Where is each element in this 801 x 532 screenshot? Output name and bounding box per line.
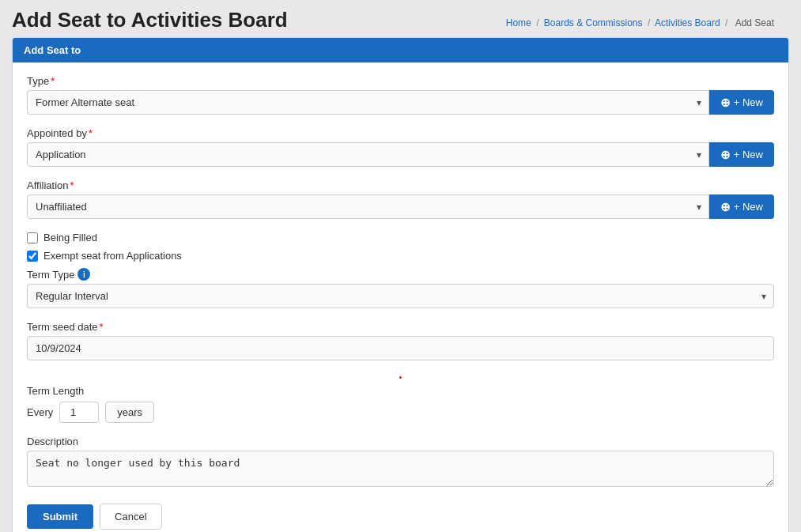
cancel-button[interactable]: Cancel — [100, 504, 161, 530]
affiliation-input-group: Unaffiliated Democrat Republican Indepen… — [27, 194, 774, 219]
appointed-row: Appointed by* Application Mayor Council … — [27, 127, 774, 167]
affiliation-select-wrapper: Unaffiliated Democrat Republican Indepen… — [27, 194, 709, 219]
description-textarea[interactable]: Seat no longer used by this board — [27, 451, 774, 487]
type-row: Type* Former Alternate seat Regular seat… — [27, 75, 774, 115]
term-type-select-wrapper: Regular Interval Fixed Date No Term — [27, 284, 774, 308]
type-label: Type* — [27, 75, 774, 87]
term-length-controls: Every years — [27, 402, 774, 423]
being-filled-checkbox[interactable] — [27, 232, 38, 243]
term-seed-date-row: Term seed date* — [27, 321, 774, 360]
appointed-new-button[interactable]: ⊕ + New — [709, 142, 774, 167]
type-new-button[interactable]: ⊕ + New — [709, 90, 774, 115]
term-length-unit: years — [105, 402, 154, 423]
main-card: Add Seat to Type* Former Alternate seat … — [12, 37, 789, 532]
red-dot-indicator — [27, 373, 774, 382]
appointed-select[interactable]: Application Mayor Council Staff — [27, 142, 709, 167]
affiliation-select[interactable]: Unaffiliated Democrat Republican Indepen… — [27, 194, 709, 219]
term-type-label: Term Type i — [27, 268, 774, 281]
breadcrumb-current: Add Seat — [735, 17, 774, 28]
affiliation-row: Affiliation* Unaffiliated Democrat Repub… — [27, 179, 774, 219]
term-length-row: Term Length Every years — [27, 385, 774, 423]
card-body: Type* Former Alternate seat Regular seat… — [13, 62, 788, 532]
type-select[interactable]: Former Alternate seat Regular seat Alter… — [27, 90, 709, 115]
description-row: Description Seat no longer used by this … — [27, 436, 774, 489]
affiliation-new-button[interactable]: ⊕ + New — [709, 194, 774, 219]
term-length-input[interactable] — [59, 402, 99, 423]
appointed-input-group: Application Mayor Council Staff ⊕ + New — [27, 142, 774, 167]
breadcrumb: Home / Boards & Commissions / Activities… — [506, 17, 776, 28]
term-type-select[interactable]: Regular Interval Fixed Date No Term — [27, 284, 774, 308]
term-length-every-label: Every — [27, 406, 53, 418]
appointed-select-wrapper: Application Mayor Council Staff — [27, 142, 709, 167]
term-length-label: Term Length — [27, 385, 774, 397]
term-type-row: Term Type i Regular Interval Fixed Date … — [27, 268, 774, 308]
being-filled-label[interactable]: Being Filled — [43, 232, 97, 243]
card-header: Add Seat to — [13, 38, 788, 62]
exempt-label[interactable]: Exempt seat from Applications — [43, 250, 182, 262]
term-seed-date-input[interactable] — [27, 336, 774, 360]
description-label: Description — [27, 436, 774, 447]
breadcrumb-home[interactable]: Home — [506, 17, 531, 28]
appointed-label: Appointed by* — [27, 127, 774, 139]
exempt-checkbox[interactable] — [27, 251, 38, 262]
term-type-info-icon: i — [77, 268, 90, 281]
breadcrumb-boards[interactable]: Boards & Commissions — [544, 17, 643, 28]
term-seed-date-label: Term seed date* — [27, 321, 774, 333]
affiliation-label: Affiliation* — [27, 179, 774, 191]
type-input-group: Former Alternate seat Regular seat Alter… — [27, 90, 774, 115]
exempt-row: Exempt seat from Applications — [27, 250, 774, 262]
button-row: Submit Cancel — [27, 504, 774, 530]
submit-button[interactable]: Submit — [27, 504, 93, 529]
breadcrumb-activities-board[interactable]: Activities Board — [655, 17, 720, 28]
type-select-wrapper: Former Alternate seat Regular seat Alter… — [27, 90, 709, 115]
being-filled-row: Being Filled — [27, 232, 774, 243]
